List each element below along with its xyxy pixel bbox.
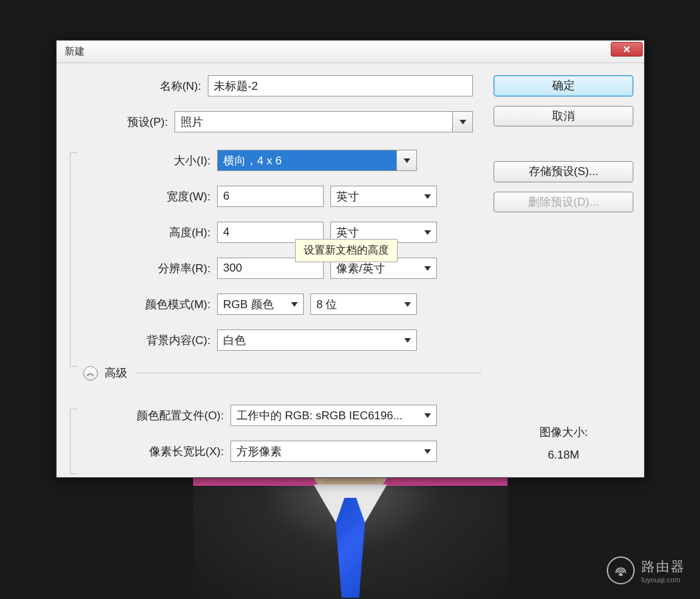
advanced-label: 高级 xyxy=(105,365,127,381)
chevron-down-icon xyxy=(424,449,431,454)
resolution-label: 分辨率(R): xyxy=(74,261,217,276)
background-select[interactable]: 白色 xyxy=(217,329,417,351)
chevron-up-icon: ︽ xyxy=(83,366,98,381)
chevron-down-icon xyxy=(404,302,411,307)
save-preset-button[interactable]: 存储预设(S)... xyxy=(494,161,633,182)
preset-label: 预设(P): xyxy=(65,114,175,130)
preset-select[interactable]: 照片 xyxy=(175,111,473,132)
height-label: 高度(H): xyxy=(74,225,217,240)
color-depth-select[interactable]: 8 位 xyxy=(310,294,417,315)
chevron-down-icon xyxy=(460,120,466,124)
close-icon xyxy=(622,45,631,54)
chevron-down-icon xyxy=(424,230,431,235)
pixel-ratio-select[interactable]: 方形像素 xyxy=(230,441,437,462)
color-profile-label: 颜色配置文件(O): xyxy=(74,408,230,423)
width-input[interactable] xyxy=(217,186,324,207)
color-mode-label: 颜色模式(M): xyxy=(74,297,217,312)
color-profile-select[interactable]: 工作中的 RGB: sRGB IEC6196... xyxy=(230,405,437,426)
size-label: 大小(I): xyxy=(74,153,217,168)
image-size-value: 6.18M xyxy=(494,444,633,467)
watermark: 路由器 luyouqi.com xyxy=(607,556,685,584)
image-size-info: 图像大小: 6.18M xyxy=(494,421,633,467)
watermark-title: 路由器 xyxy=(641,558,685,576)
divider xyxy=(135,373,482,373)
close-button[interactable] xyxy=(611,42,643,57)
svg-rect-0 xyxy=(619,574,623,576)
new-document-dialog: 新建 名称(N): 预设(P): 照片 xyxy=(56,40,645,478)
width-unit-select[interactable]: 英寸 xyxy=(330,186,437,207)
pixel-ratio-label: 像素长宽比(X): xyxy=(74,444,230,459)
delete-preset-button: 删除预设(D)... xyxy=(494,192,633,213)
titlebar: 新建 xyxy=(57,41,644,63)
color-mode-select[interactable]: RGB 颜色 xyxy=(217,294,304,315)
ok-button[interactable]: 确定 xyxy=(494,75,633,97)
chevron-down-icon xyxy=(424,413,431,418)
chevron-down-icon xyxy=(404,158,410,163)
router-icon xyxy=(607,556,635,584)
size-select[interactable]: 横向，4 x 6 xyxy=(217,150,417,171)
chevron-down-icon xyxy=(424,194,431,199)
background-photo xyxy=(193,478,508,599)
background-label: 背景内容(C): xyxy=(74,333,217,348)
image-size-label: 图像大小: xyxy=(494,421,633,444)
chevron-down-icon xyxy=(424,266,431,271)
chevron-down-icon xyxy=(404,338,411,343)
advanced-toggle[interactable]: ︽ 高级 xyxy=(83,365,482,381)
cancel-button[interactable]: 取消 xyxy=(494,106,633,127)
height-tooltip: 设置新文档的高度 xyxy=(295,239,398,262)
watermark-sub: luyouqi.com xyxy=(641,576,685,584)
width-label: 宽度(W): xyxy=(74,189,217,204)
name-label: 名称(N): xyxy=(65,79,208,94)
dialog-title: 新建 xyxy=(65,45,85,58)
chevron-down-icon xyxy=(291,302,298,307)
name-input[interactable] xyxy=(208,75,473,97)
